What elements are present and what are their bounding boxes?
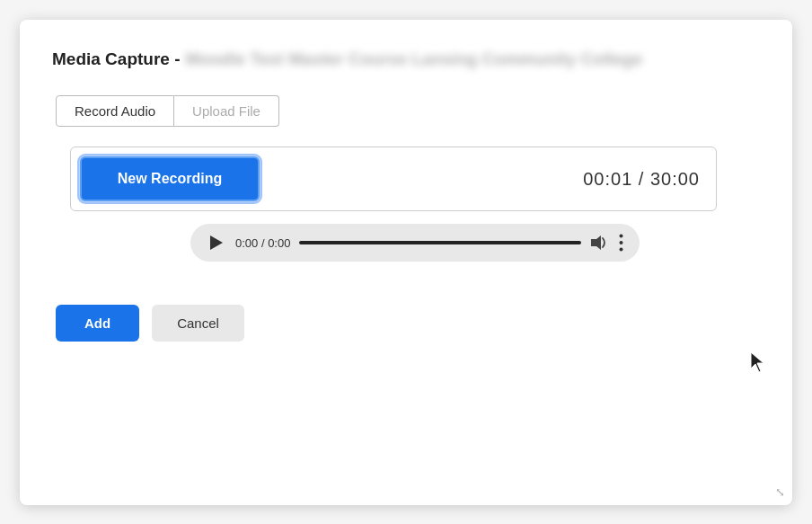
dialog-title-blurred: Moodle Test Master Course Lansing Commun…: [186, 49, 643, 71]
add-button[interactable]: Add: [56, 305, 139, 342]
progress-bar[interactable]: [299, 241, 581, 244]
timer-display: 00:01 / 30:00: [583, 169, 700, 190]
svg-point-1: [620, 235, 623, 238]
tab-upload-file[interactable]: Upload File: [174, 95, 279, 127]
play-button[interactable]: [207, 233, 226, 253]
tab-record-audio[interactable]: Record Audio: [56, 95, 174, 127]
mouse-cursor: [751, 352, 767, 376]
play-icon: [210, 235, 223, 250]
bottom-row: Add Cancel: [56, 305, 760, 342]
title-row: Media Capture - Moodle Test Master Cours…: [52, 49, 760, 71]
recorder-box: New Recording 00:01 / 30:00: [70, 147, 717, 211]
cancel-button[interactable]: Cancel: [152, 305, 244, 342]
resize-handle[interactable]: ⤡: [775, 486, 785, 498]
audio-player: 0:00 / 0:00: [190, 224, 640, 262]
volume-icon[interactable]: [590, 233, 610, 253]
svg-point-3: [620, 248, 623, 252]
media-capture-dialog: Media Capture - Moodle Test Master Cours…: [20, 20, 792, 505]
audio-player-wrap: 0:00 / 0:00: [70, 224, 760, 262]
dialog-title: Media Capture -: [52, 49, 181, 71]
tabs-row: Record Audio Upload File: [56, 95, 760, 127]
recorder-area: New Recording 00:01 / 30:00 0:00 / 0:00: [70, 147, 760, 262]
svg-point-2: [620, 241, 623, 244]
more-options-icon[interactable]: [619, 234, 623, 252]
svg-marker-4: [751, 352, 763, 372]
new-recording-button[interactable]: New Recording: [80, 156, 260, 201]
svg-marker-0: [591, 235, 601, 250]
playback-time: 0:00 / 0:00: [235, 236, 290, 250]
